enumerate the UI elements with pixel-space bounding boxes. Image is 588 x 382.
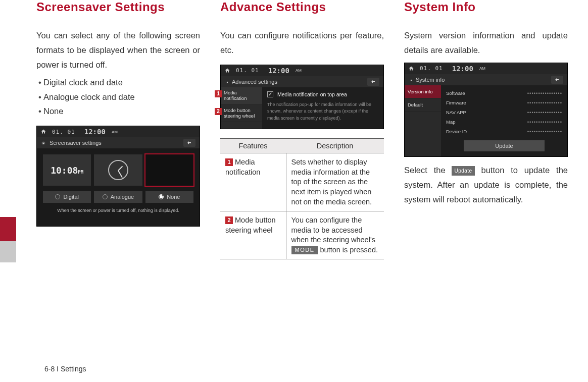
home-icon: [224, 68, 231, 74]
side-item-version-info: Version info: [405, 85, 441, 98]
advance-screenshot: 01. 01 12:00AM Advanced settings 1 Me: [220, 65, 384, 130]
gear-icon: [409, 78, 414, 83]
section-advance: Advance Settings You can configure notif…: [220, 0, 384, 356]
row-software: Software••••••••••••••••: [446, 88, 562, 98]
bullet: None: [43, 104, 63, 119]
option-none: [145, 154, 193, 186]
features-table: Features Description 1Media notification…: [220, 138, 384, 259]
status-date: 01. 01: [52, 129, 75, 135]
screen-title: System info: [409, 77, 445, 83]
table-row: 2Mode button steering wheel You can conf…: [220, 211, 384, 259]
status-time: 12:00: [84, 128, 106, 136]
row-deviceid: Device ID••••••••••••••••: [446, 127, 562, 136]
check-icon: ✓: [267, 91, 273, 97]
row-navapp: NAV APP••••••••••••••••: [446, 107, 562, 117]
update-button: Update: [464, 140, 545, 151]
heading-advance: Advance Settings: [220, 0, 384, 14]
section-system-info: System Info System version information a…: [404, 0, 568, 356]
section-screensaver: Screensaver Settings You can select any …: [36, 0, 200, 356]
page-side-tab: [0, 0, 16, 382]
svg-point-1: [227, 82, 228, 83]
screensaver-screenshot: 01. 01 12:00AM Screensaver settings: [36, 126, 200, 227]
th-features: Features: [220, 139, 286, 153]
callout-1: 1: [215, 90, 222, 97]
screen-title: Screensaver settings: [41, 140, 102, 146]
home-icon: [408, 66, 415, 72]
radio-none: None: [145, 191, 193, 203]
advance-intro: You can configure notifications per feat…: [220, 28, 384, 58]
heading-screensaver: Screensaver Settings: [36, 0, 200, 14]
heading-system-info: System Info: [404, 0, 568, 14]
side-item-default: Default: [405, 98, 441, 112]
gear-icon: [225, 80, 230, 85]
screen-title: Advanced settings: [225, 79, 277, 85]
home-icon: [40, 129, 47, 135]
back-button: [551, 76, 563, 84]
checkbox-media-notification: ✓ Media notification on top area: [267, 91, 378, 97]
option-analogue: [94, 154, 142, 186]
system-info-screenshot: 01. 01 12:00AM System info Version info …: [404, 63, 568, 157]
option-digital: 10:08PM: [43, 154, 91, 186]
page-footer: 6-8 I Settings: [36, 356, 568, 382]
radio-analogue: Analogue: [94, 191, 142, 203]
side-item-mode-button: 2 Mode button steering wheel: [221, 105, 262, 123]
back-button: [367, 78, 379, 86]
svg-point-2: [411, 80, 412, 81]
system-info-after: Select the Update button to update the s…: [404, 163, 568, 207]
media-notification-desc: The notification pop-up for media inform…: [267, 101, 378, 122]
screensaver-bullets: •Digital clock and date •Analogue clock …: [36, 75, 200, 119]
callout-2: 2: [215, 108, 222, 115]
th-description: Description: [286, 139, 384, 153]
system-info-intro: System version information and update de…: [404, 28, 568, 58]
screensaver-footnote: When the screen or power is turned off, …: [43, 203, 193, 220]
screensaver-intro: You can select any of the following scre…: [36, 28, 200, 72]
badge-2: 2: [225, 216, 233, 224]
radio-digital: Digital: [43, 191, 91, 203]
mode-chip: MODE: [291, 246, 318, 254]
row-map: Map••••••••••••••••: [446, 117, 562, 127]
badge-1: 1: [225, 158, 233, 166]
bullet: Digital clock and date: [43, 75, 123, 90]
side-item-media-notification: 1 Media notification: [221, 87, 262, 105]
row-firmware: Firmware••••••••••••••••: [446, 98, 562, 107]
gear-icon: [41, 141, 46, 146]
bullet: Analogue clock and date: [43, 90, 135, 104]
back-button: [183, 139, 195, 147]
table-row: 1Media notification Sets whether to disp…: [220, 153, 384, 211]
update-chip: Update: [452, 166, 474, 176]
